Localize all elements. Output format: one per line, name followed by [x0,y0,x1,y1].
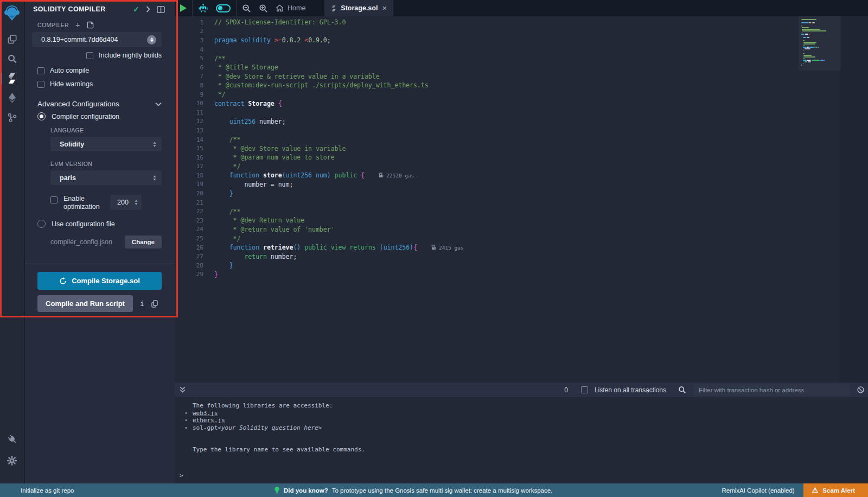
run-script-play-button[interactable] [180,4,187,12]
home-icon [276,4,284,12]
line-number: 7 [175,73,203,80]
auto-compile-checkbox[interactable] [37,67,44,74]
line-number: 12 [175,118,203,125]
language-label: LANGUAGE [50,127,162,133]
select-arrows-icon [153,175,156,181]
zoom-out-icon[interactable] [242,4,251,13]
line-number: 1 [175,19,203,26]
code-line: 23 * @dev Return value [175,216,801,225]
compiler-configuration-label: Compiler configuration [52,113,119,120]
evm-version-label: EVM VERSION [50,161,162,167]
code-line: 8 * @custom:dev-run-script ./scripts/dep… [175,81,801,90]
remix-logo[interactable] [0,1,24,25]
transaction-filter-input[interactable] [694,384,850,396]
change-config-button[interactable]: Change [125,235,162,248]
line-number: 26 [175,244,203,251]
terminal-prompt[interactable]: > [180,472,183,479]
line-number: 8 [175,82,203,89]
listen-transactions-checkbox[interactable] [581,386,588,393]
warning-icon: ⚠ [812,486,819,494]
solidity-compiler-panel: SOLIDITY COMPILER ✓ COMPILER + 0.8.19+co… [25,0,175,483]
git-init-button[interactable]: Initialize as git repo [21,487,74,494]
evm-version-select[interactable]: paris [50,170,162,185]
compile-button[interactable]: Compile Storage.sol [37,272,162,290]
settings-gear-icon[interactable] [0,451,24,470]
copilot-status[interactable]: RemixAI Copilot (enabled) [722,487,794,494]
line-number: 5 [175,55,203,62]
home-tab[interactable]: Home [276,4,305,12]
language-select[interactable]: Solidity [50,137,162,151]
line-number: 29 [175,271,203,278]
compile-and-run-button[interactable]: Compile and Run script [37,295,133,312]
did-you-know-label: Did you know? [284,487,328,494]
copilot-toggle[interactable] [216,4,231,12]
pin-panel-icon[interactable] [157,6,165,13]
terminal-search-icon[interactable] [678,386,686,394]
terminal-text: Type the library name to see available c… [180,446,868,454]
terminal[interactable]: The following libraries are accessible:•… [175,397,868,483]
number-stepper-icon[interactable] [135,200,138,205]
code-line: 7 * @dev Store & retrieve value in a var… [175,72,801,81]
version-stepper-icon [147,35,156,44]
code-line: 20 } [175,189,801,198]
tab-storage-sol[interactable]: Storage.sol × [324,0,393,16]
file-explorer-icon[interactable] [0,29,24,49]
hide-warnings-label: Hide warnings [50,80,93,88]
open-file-icon[interactable] [87,21,94,29]
select-arrows-icon [153,142,156,147]
add-compiler-icon[interactable]: + [75,22,80,28]
code-line: 17 */ [175,162,801,171]
copy-icon[interactable] [151,300,158,308]
enable-optimization-checkbox[interactable] [50,196,58,203]
library-link[interactable]: web3.js [193,410,218,417]
auto-compile-label: Auto compile [50,67,89,74]
gas-estimate: 22520 gas [379,173,414,179]
line-number: 21 [175,199,203,206]
use-configuration-file-label: Use configuration file [52,220,115,228]
git-icon[interactable] [0,107,24,127]
panel-title: SOLIDITY COMPILER [33,5,133,13]
line-number: 25 [175,235,203,242]
editor-scroll-strip[interactable] [840,16,868,383]
language-value: Solidity [60,141,84,148]
zoom-in-icon[interactable] [259,4,268,13]
optimization-runs-input[interactable]: 200 [110,195,142,210]
code-line: 1// SPDX-License-Identifier: GPL-3.0 [175,18,801,27]
close-tab-icon[interactable]: × [382,5,387,11]
code-editor[interactable]: 1// SPDX-License-Identifier: GPL-3.023pr… [175,16,868,383]
chevron-right-icon[interactable] [146,6,150,12]
plugin-manager-icon[interactable] [0,429,24,449]
listen-transactions-label: Listen on all transactions [595,386,666,394]
solidity-compiler-icon[interactable] [0,68,24,88]
library-link[interactable]: ethers.js [193,417,225,424]
clear-console-icon[interactable] [857,386,865,394]
advanced-configurations-toggle[interactable]: Advanced Configurations [37,100,162,108]
enable-optimization-label: Enable optimization [63,195,110,211]
compiler-version-select[interactable]: 0.8.19+commit.7dd6d404 [32,32,162,47]
solidity-file-icon [331,5,336,12]
copilot-robot-icon[interactable] [198,3,208,14]
expand-terminal-icon[interactable] [180,386,186,393]
scam-alert-badge[interactable]: ⚠ Scam Alert [803,483,868,497]
transaction-count: 0 [564,386,568,394]
code-line: 15 * @dev Store value in variable [175,144,801,153]
code-line: 11 [175,108,801,117]
evm-version-value: paris [60,174,76,182]
deploy-run-icon[interactable] [0,88,24,107]
info-icon[interactable]: i [140,300,144,308]
terminal-toolbar: 0 Listen on all transactions [175,383,868,397]
line-number: 24 [175,226,203,233]
use-configuration-file-radio[interactable] [37,220,46,228]
line-number: 20 [175,190,203,197]
search-icon[interactable] [0,49,24,68]
minimap[interactable] [801,19,838,66]
code-line: 27 return number; [175,252,801,261]
code-line: 10contract Storage { [175,99,801,108]
include-nightly-label: Include nightly builds [99,52,162,59]
compiler-configuration-radio[interactable] [37,112,46,120]
hide-warnings-checkbox[interactable] [37,81,44,88]
tab-bar: Home Storage.sol × [175,0,868,16]
code-line: 26 function retrieve() public view retur… [175,243,801,252]
line-number: 10 [175,100,203,107]
include-nightly-checkbox[interactable] [86,52,93,59]
